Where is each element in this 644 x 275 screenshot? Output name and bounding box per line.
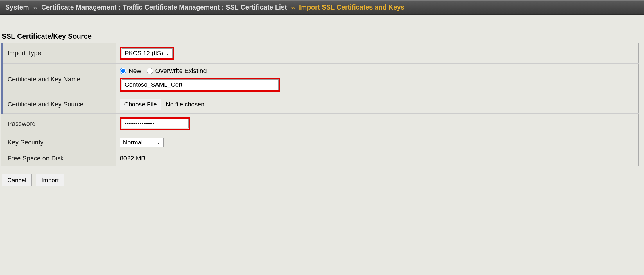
radio-new-label[interactable]: New (129, 67, 141, 75)
cert-key-name-highlight (120, 78, 280, 92)
ssl-source-form: Import Type PKCS 12 (IIS) ⌄ Certificate … (1, 43, 639, 166)
password-highlight (120, 117, 190, 130)
radio-new[interactable] (120, 68, 126, 74)
cert-key-name-label: Certificate and Key Name (2, 64, 116, 95)
import-type-label: Import Type (2, 43, 116, 64)
free-space-label: Free Space on Disk (2, 151, 116, 166)
key-security-select[interactable]: Normal ⌄ (120, 138, 164, 147)
password-input[interactable] (122, 119, 189, 128)
breadcrumb-root[interactable]: System (5, 3, 29, 11)
radio-overwrite-label[interactable]: Overwrite Existing (155, 67, 207, 75)
import-type-select[interactable]: PKCS 12 (IIS) ⌄ (122, 48, 173, 58)
key-security-value: Normal (123, 139, 143, 146)
file-status-text: No file chosen (166, 101, 204, 108)
action-bar: Cancel Import (2, 174, 644, 186)
chevron-down-icon: ⌄ (166, 51, 169, 56)
cancel-button[interactable]: Cancel (2, 174, 32, 186)
breadcrumb-path[interactable]: Certificate Management : Traffic Certifi… (41, 3, 287, 11)
cert-key-name-radio-group: New Overwrite Existing (120, 67, 634, 75)
password-label: Password (2, 114, 116, 134)
breadcrumb-separator: ›› (33, 4, 37, 11)
breadcrumb: System ›› Certificate Management : Traff… (0, 0, 644, 15)
section-title: SSL Certificate/Key Source (2, 32, 644, 40)
key-security-label: Key Security (2, 134, 116, 151)
import-button[interactable]: Import (36, 174, 64, 186)
cert-key-source-label: Certificate and Key Source (2, 95, 116, 114)
choose-file-button[interactable]: Choose File (120, 99, 161, 110)
cert-key-name-input[interactable] (122, 79, 279, 90)
breadcrumb-current: Import SSL Certificates and Keys (299, 3, 405, 11)
breadcrumb-separator: ›› (291, 4, 295, 11)
import-type-highlight: PKCS 12 (IIS) ⌄ (120, 47, 175, 60)
import-type-value: PKCS 12 (IIS) (125, 50, 163, 57)
radio-overwrite[interactable] (147, 68, 153, 74)
chevron-down-icon: ⌄ (157, 140, 160, 145)
free-space-value: 8022 MB (116, 151, 638, 166)
